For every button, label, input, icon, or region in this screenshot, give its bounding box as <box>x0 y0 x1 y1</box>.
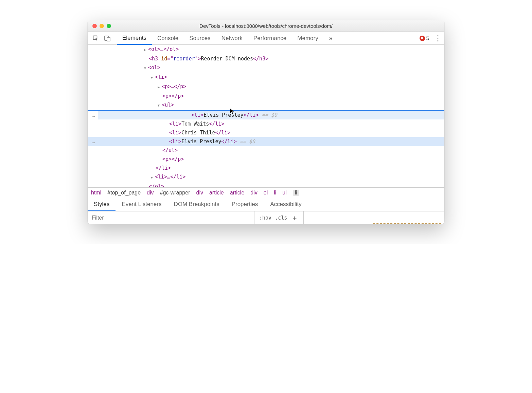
dom-node[interactable]: </ul> <box>88 146 444 155</box>
dom-node-selected[interactable]: … <li>Elvis Presley</li> == $0 <box>88 137 444 146</box>
tab-performance[interactable]: Performance <box>248 32 292 44</box>
breadcrumb-item[interactable]: li <box>274 190 276 196</box>
cls-toggle[interactable]: .cls <box>275 215 287 221</box>
styles-filter-bar: :hov .cls + <box>88 211 444 224</box>
dom-node[interactable]: ▶<li>…</li> <box>88 172 444 182</box>
zoom-window-button[interactable] <box>107 24 111 28</box>
tab-sources[interactable]: Sources <box>184 32 216 44</box>
breadcrumb-item[interactable]: #gc-wrapper <box>160 190 190 196</box>
subtab-styles[interactable]: Styles <box>88 198 116 211</box>
dom-node[interactable]: ▶<p>…</p> <box>88 82 444 92</box>
dom-node[interactable]: ▶<ol>…</ol> <box>88 45 444 54</box>
dom-node[interactable]: <h3 id="reorder">Reorder DOM nodes</h3> <box>88 54 444 63</box>
traffic-lights <box>88 24 111 28</box>
breadcrumb-item-current[interactable]: li <box>293 190 299 196</box>
devtools-window: DevTools - localhost:8080/web/tools/chro… <box>88 20 444 224</box>
dom-node[interactable]: </li> <box>88 164 444 172</box>
sidebar-tabs: Styles Event Listeners DOM Breakpoints P… <box>88 198 444 211</box>
close-window-button[interactable] <box>92 24 97 28</box>
subtab-dom-breakpoints[interactable]: DOM Breakpoints <box>167 198 225 211</box>
breadcrumb-item[interactable]: ul <box>282 190 286 196</box>
styles-filter-input[interactable] <box>88 211 254 224</box>
breadcrumb: html #top_of_page div #gc-wrapper div ar… <box>88 187 444 198</box>
dom-node[interactable]: <li>Chris Thile</li> <box>88 128 444 137</box>
breadcrumb-item[interactable]: div <box>196 190 203 196</box>
tab-memory[interactable]: Memory <box>292 32 323 44</box>
error-icon: ✕ <box>420 36 425 41</box>
gutter-ellipsis-icon[interactable]: … <box>88 137 99 146</box>
subtab-accessibility[interactable]: Accessibility <box>264 198 308 211</box>
new-style-rule-button[interactable]: + <box>290 214 299 222</box>
dom-node[interactable]: <p></p> <box>88 92 444 100</box>
breadcrumb-item[interactable]: div <box>250 190 257 196</box>
titlebar[interactable]: DevTools - localhost:8080/web/tools/chro… <box>88 20 444 32</box>
tab-console[interactable]: Console <box>152 32 184 44</box>
tab-elements[interactable]: Elements <box>117 32 152 45</box>
dom-node[interactable]: ▼<ol> <box>88 63 444 73</box>
box-model-margin-edge <box>373 223 441 224</box>
metrics-pane-peek <box>303 211 444 224</box>
tabs-overflow-button[interactable]: » <box>324 32 338 44</box>
dom-node[interactable]: ▼<li> <box>88 73 444 82</box>
breadcrumb-item[interactable]: #top_of_page <box>107 190 141 196</box>
breadcrumb-item[interactable]: article <box>230 190 245 196</box>
breadcrumb-item[interactable]: article <box>209 190 224 196</box>
breadcrumb-item[interactable]: ol <box>264 190 268 196</box>
window-title: DevTools - localhost:8080/web/tools/chro… <box>88 23 444 29</box>
gutter-ellipsis-icon[interactable]: … <box>88 111 99 119</box>
dom-tree[interactable]: ▶<ol>…</ol> <h3 id="reorder">Reorder DOM… <box>88 45 444 187</box>
subtab-properties[interactable]: Properties <box>226 198 264 211</box>
minimize-window-button[interactable] <box>100 24 104 28</box>
inspect-element-icon[interactable] <box>91 34 101 43</box>
main-toolbar: Elements Console Sources Network Perform… <box>88 32 444 45</box>
dom-node[interactable]: <li>Tom Waits</li> <box>88 119 444 128</box>
error-count: 5 <box>426 35 429 42</box>
hov-toggle[interactable]: :hov <box>259 215 271 221</box>
error-count-badge[interactable]: ✕ 5 <box>420 35 429 42</box>
breadcrumb-item[interactable]: div <box>147 190 154 196</box>
subtab-event-listeners[interactable]: Event Listeners <box>116 198 167 211</box>
svg-rect-2 <box>107 37 110 41</box>
device-toolbar-icon[interactable] <box>103 34 112 43</box>
dom-node[interactable]: </ol> <box>88 182 444 187</box>
tab-network[interactable]: Network <box>216 32 248 44</box>
panel-tabs: Elements Console Sources Network Perform… <box>117 32 418 44</box>
kebab-menu-icon[interactable]: ⋮ <box>434 34 441 43</box>
breadcrumb-item[interactable]: html <box>91 190 101 196</box>
dom-node[interactable]: <p></p> <box>88 155 444 164</box>
dom-node[interactable]: ▼<ul> <box>88 100 444 110</box>
dom-node-dragging[interactable]: … <li>Elvis Presley</li> == $0 <box>98 111 444 119</box>
